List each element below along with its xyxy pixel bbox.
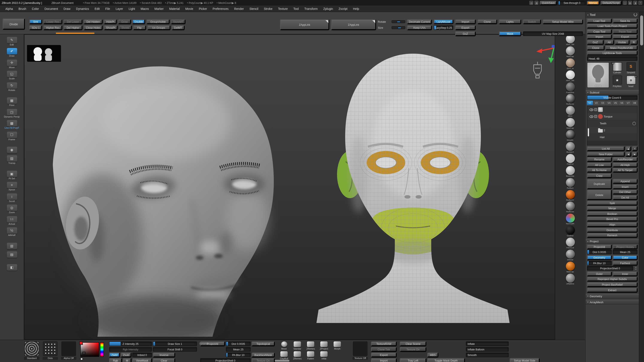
split-button[interactable]: Split <box>587 201 638 205</box>
del-other-button[interactable]: Del Other <box>613 190 638 194</box>
left-toolbar-item[interactable]: Pt Sel <box>2 171 22 180</box>
subtool-row[interactable]: Tongue <box>587 113 637 120</box>
menu-item[interactable]: Document <box>42 5 61 11</box>
goz-button[interactable]: GoZ <box>455 31 476 36</box>
default-zscript-button[interactable]: DefaultZScript <box>601 1 622 5</box>
texture-raw-button[interactable]: TextureRAW <box>371 342 397 346</box>
project-all-button[interactable]: ProjectAll <box>587 245 612 249</box>
left-toolbar-item[interactable]: Frame <box>2 131 22 141</box>
matcap-item[interactable]: MatCap <box>564 262 576 273</box>
fold-right-button[interactable]: ► <box>632 152 638 156</box>
z-intensity-slider[interactable]: Z Intensity 25 <box>109 342 152 346</box>
all-low-button[interactable]: All Low <box>587 162 612 167</box>
toggle-mask-depth-button[interactable]: Toggle Mask Depth <box>427 358 465 362</box>
menus-button[interactable]: Menus <box>587 1 599 5</box>
robot-head-icon[interactable] <box>531 60 544 80</box>
tool-count-slider[interactable]: Head. 48 <box>587 56 638 61</box>
left-toolbar-item[interactable]: Draw <box>2 48 22 58</box>
menu-item[interactable]: Tool <box>290 5 302 11</box>
all-to-home-button[interactable]: All To Home <box>587 168 612 173</box>
copy-subtool-button[interactable]: Copy <box>587 173 612 178</box>
rotate-thumb[interactable] <box>397 21 401 23</box>
see-through-slider[interactable]: See-through 0 <box>558 1 586 5</box>
quick-brush-tile[interactable]: ClayBuil <box>278 351 290 360</box>
menu-item[interactable]: Preferences <box>210 5 231 11</box>
left-toolbar-item[interactable]: Actual <box>2 216 22 225</box>
quick-brush-tile[interactable]: Inflat <box>318 351 330 360</box>
projection-shell-slider[interactable]: ProjectionShell 0 <box>587 266 633 271</box>
menu-item[interactable]: Zplugin <box>320 5 336 11</box>
goz-r-button[interactable]: R <box>630 40 638 45</box>
clone-button[interactable]: Clone <box>478 19 497 24</box>
view-tab[interactable]: V6 <box>619 101 625 105</box>
fold-left-button[interactable]: ◄ <box>626 152 631 156</box>
left-toolbar-item[interactable] <box>2 147 22 154</box>
imbed-slider[interactable]: Imbed 0 <box>132 353 152 357</box>
focal-shift-slider[interactable]: Focal Shift 0 <box>153 347 197 352</box>
shelf-button[interactable]: SDiv 1 <box>29 25 42 30</box>
left-toolbar-item[interactable] <box>2 264 22 271</box>
size-slider[interactable]: Size <box>378 25 405 30</box>
goz-tool-button[interactable]: GoZ <box>587 40 604 45</box>
menu-item[interactable]: Marker <box>152 5 166 11</box>
matcap-item[interactable]: BasicMa <box>564 166 576 177</box>
left-toolbar-item[interactable]: Dynamic Persp <box>2 109 22 118</box>
current-stroke[interactable]: Dots <box>42 342 58 360</box>
menu-item[interactable]: Edit <box>92 5 102 11</box>
copy-tool-button[interactable]: Copy Tool <box>587 29 612 34</box>
all-to-target-button[interactable]: All To Target <box>613 168 638 173</box>
matcap-item[interactable]: Reflecte <box>564 202 576 213</box>
rgb-intensity-slider[interactable]: Rgb Intensity <box>109 347 152 352</box>
shelf-button[interactable]: DelMT <box>172 25 184 30</box>
menu-item[interactable]: Texture <box>275 5 290 11</box>
quick-brush-tile[interactable]: Flatten <box>304 351 317 360</box>
help-icon[interactable]: ? <box>638 1 642 5</box>
project-section-header[interactable]: Project <box>586 239 639 244</box>
quick-brush-tile[interactable]: Standar <box>291 342 304 350</box>
geometry-section-header[interactable]: Geometry <box>586 294 639 298</box>
remesh-button[interactable]: Remesh <box>587 233 638 238</box>
subtool-row[interactable]: Hair <box>587 134 637 141</box>
matcap-item[interactable]: MatCap <box>564 118 576 129</box>
extract-button[interactable]: Extract <box>587 288 638 292</box>
load-tools-from-project-button[interactable]: Load Tools From Project <box>587 23 638 28</box>
visibility-eye-icon[interactable] <box>590 115 593 118</box>
keep-uvs-button[interactable]: Keep UVs <box>407 25 432 30</box>
import-tool-button[interactable]: Import <box>587 34 612 39</box>
collapse-icon[interactable]: ‹ <box>587 13 588 16</box>
inner-button[interactable]: Inner <box>613 272 638 276</box>
left-toolbar-item[interactable]: AAHalf <box>2 227 22 237</box>
dynamic-label[interactable]: Dynamic <box>200 342 208 345</box>
lazymouse-button[interactable]: LazyMouse <box>434 19 454 24</box>
menu-item[interactable]: Macro <box>138 5 152 11</box>
left-toolbar-item[interactable]: Line Fill PolyF <box>2 120 22 129</box>
menu-item[interactable]: Draw <box>61 5 73 11</box>
left-toolbar-item[interactable]: Transp <box>2 155 22 165</box>
texture-import-button[interactable]: Import <box>371 358 397 362</box>
outer-button[interactable]: Outer <box>587 272 612 276</box>
zapplink-projection-button[interactable]: ZAppLink <box>331 19 376 30</box>
move-down-button[interactable]: ▼ <box>632 146 638 151</box>
menu-item[interactable]: Stencil <box>247 5 261 11</box>
goz-all-button[interactable]: All <box>604 40 614 45</box>
subtool-section-header[interactable]: Subtool <box>586 90 639 95</box>
tool-thumb-head[interactable]: 0 ◉ head <box>624 76 638 89</box>
paint-icon[interactable] <box>594 108 597 111</box>
import-button[interactable]: Import <box>455 19 476 24</box>
mbs-button[interactable]: MBS <box>427 353 438 357</box>
shelf-button[interactable]: StoreMT <box>171 19 186 24</box>
matcap-item[interactable]: JellyBea <box>564 274 576 285</box>
left-toolbar-item[interactable]: Xpose <box>2 182 22 192</box>
menu-item[interactable]: Alpha <box>2 5 16 11</box>
all-high-button[interactable]: All High <box>613 162 638 167</box>
save-as-button[interactable]: Save As <box>613 18 638 23</box>
reset-palette-icon[interactable] <box>634 13 637 16</box>
lazystep-slider[interactable]: LazyStep 0.25 <box>434 25 454 30</box>
left-toolbar-item[interactable]: Scale <box>2 71 22 80</box>
shelf-button[interactable]: Lower Res <box>43 19 62 24</box>
smooth-slider[interactable]: Smooth <box>466 353 509 357</box>
m-button[interactable]: M <box>123 358 132 362</box>
matcap-item[interactable]: FlatCol <box>564 154 576 165</box>
menu-item[interactable]: Movie <box>182 5 196 11</box>
tray-dist-slider[interactable]: Dist 0.0035 <box>226 342 251 346</box>
